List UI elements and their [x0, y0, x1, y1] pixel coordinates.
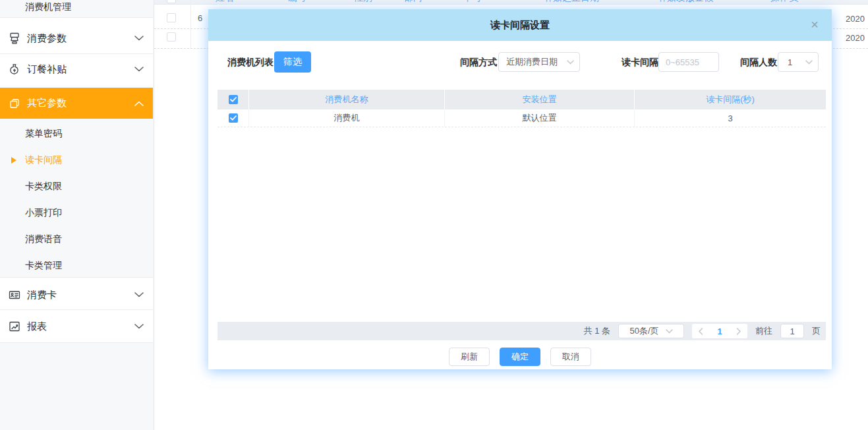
sidebar-item-label: 消费参数 — [27, 32, 67, 45]
card-read-interval-dialog: 读卡间隔设置 × 消费机列表 筛选 间隔方式 近期消费日期 读卡间隔 间隔人数 … — [208, 9, 832, 369]
pagination-bar: 共 1 条 50条/页 1 前往 页 — [217, 322, 826, 340]
prev-page-icon[interactable] — [699, 328, 703, 335]
copy-icon — [8, 97, 21, 110]
sidebar: 消费机管理 消费参数 订餐补贴 其它参数 菜单密码 — [0, 0, 154, 430]
checkmark-icon — [230, 97, 237, 102]
table-cell: 2020 — [846, 33, 865, 43]
body-cell: 3 — [635, 109, 826, 127]
sidebar-item-label: 卡类管理 — [25, 260, 62, 272]
interval-people-select[interactable]: 1 — [778, 52, 819, 72]
sidebar-item-receipt-print[interactable]: 小票打印 — [0, 200, 153, 226]
pos-machine-icon — [8, 32, 21, 45]
page-size-value: 50条/页 — [629, 325, 658, 337]
total-count: 共 1 条 — [584, 325, 610, 337]
column-header: 卡号 — [463, 0, 482, 4]
read-interval-input[interactable] — [658, 52, 719, 72]
column-divider — [190, 0, 191, 48]
sidebar-item-label: 卡类权限 — [25, 181, 62, 193]
sidebar-item-label: 订餐补贴 — [27, 63, 67, 76]
refresh-button[interactable]: 刷新 — [449, 348, 490, 366]
chart-icon — [8, 320, 21, 333]
interval-people-value: 1 — [788, 57, 792, 67]
sidebar-item-consumer-machine-mgmt[interactable]: 消费机管理 — [0, 0, 153, 16]
body-cell: 消费机 — [249, 109, 445, 127]
sidebar-item-card-type-permission[interactable]: 卡类权限 — [0, 173, 153, 200]
table-row[interactable]: 消费机 默认位置 3 — [217, 109, 826, 127]
table-cell: 2020 — [846, 14, 865, 24]
body-cell — [217, 109, 249, 127]
interval-mode-label: 间隔方式 — [460, 51, 497, 73]
column-header: 操作员 — [770, 0, 798, 4]
chevron-down-icon — [134, 67, 144, 72]
table-cell: 6 — [198, 13, 202, 23]
sidebar-item-reports[interactable]: 报表 — [0, 311, 153, 342]
confirm-button[interactable]: 确定 — [500, 348, 540, 366]
sidebar-item-label: 消费语音 — [25, 233, 62, 245]
column-header: 姓名 — [216, 0, 234, 4]
id-card-icon — [8, 288, 21, 301]
machine-table-header: 消费机名称 安装位置 读卡间隔(秒) — [217, 90, 826, 109]
checkmark-icon — [230, 115, 237, 121]
column-header: 补贴起止日期 — [544, 0, 599, 4]
chevron-down-icon — [666, 329, 673, 334]
row-checkbox[interactable] — [229, 113, 238, 123]
chevron-down-icon — [567, 60, 574, 65]
next-page-icon[interactable] — [736, 328, 741, 335]
sidebar-item-meal-subsidy[interactable]: 订餐补贴 — [0, 54, 153, 84]
sidebar-item-label: 小票打印 — [25, 207, 62, 219]
sidebar-item-card-read-interval[interactable]: 读卡间隔 — [0, 147, 153, 173]
dialog-footer: 刷新 确定 取消 — [208, 348, 832, 366]
close-icon[interactable]: × — [811, 17, 819, 32]
column-header: 部门 — [404, 0, 422, 4]
background-table-header: 姓名 编号 性别 部门 卡号 补贴起止日期 补贴发放金额 操作员 — [154, 0, 868, 5]
page-unit-label: 页 — [812, 325, 821, 337]
header-cell: 安装位置 — [445, 90, 635, 109]
header-cell — [217, 90, 249, 109]
sidebar-item-consume-params[interactable]: 消费参数 — [0, 23, 153, 53]
select-all-checkbox[interactable] — [229, 95, 238, 104]
chevron-down-icon — [134, 36, 144, 41]
column-header: 性别 — [354, 0, 372, 4]
chevron-down-icon — [805, 60, 813, 65]
active-triangle-icon — [11, 157, 16, 164]
machine-list-label: 消费机列表 — [227, 51, 274, 73]
sidebar-item-label: 消费机管理 — [25, 1, 71, 13]
chevron-up-icon — [134, 101, 144, 106]
dialog-title: 读卡间隔设置 — [490, 19, 550, 32]
header-cell: 读卡间隔(秒) — [635, 90, 826, 109]
divider — [0, 17, 153, 18]
sidebar-item-label: 其它参数 — [27, 97, 67, 109]
cancel-button[interactable]: 取消 — [550, 348, 591, 366]
sidebar-item-card-type-mgmt[interactable]: 卡类管理 — [0, 253, 153, 279]
read-interval-label: 读卡间隔 — [622, 51, 658, 73]
goto-page-input[interactable] — [780, 324, 804, 338]
page-size-select[interactable]: 50条/页 — [618, 324, 684, 338]
row-checkbox[interactable] — [167, 32, 176, 42]
sidebar-item-consume-voice[interactable]: 消费语音 — [0, 226, 153, 253]
sidebar-item-label: 读卡间隔 — [25, 154, 62, 166]
chevron-down-icon — [134, 324, 144, 329]
sidebar-item-label: 报表 — [27, 321, 47, 333]
header-cell: 消费机名称 — [249, 90, 445, 109]
dialog-header: 读卡间隔设置 × — [208, 9, 832, 41]
money-bag-icon — [8, 63, 21, 76]
filter-button[interactable]: 筛选 — [274, 51, 311, 73]
pager: 1 — [692, 324, 747, 338]
row-checkbox[interactable] — [167, 13, 176, 22]
chevron-down-icon — [134, 292, 144, 297]
dialog-toolbar: 消费机列表 筛选 间隔方式 近期消费日期 读卡间隔 间隔人数 1 — [208, 51, 832, 73]
select-all-checkbox[interactable] — [167, 0, 176, 3]
interval-mode-select[interactable]: 近期消费日期 — [498, 52, 580, 72]
column-header: 补贴发放金额 — [658, 0, 713, 4]
interval-people-label: 间隔人数 — [740, 51, 777, 73]
interval-mode-value: 近期消费日期 — [506, 56, 558, 68]
machine-table: 消费机名称 安装位置 读卡间隔(秒) 消费机 默认位置 3 — [217, 90, 826, 127]
goto-label: 前往 — [755, 325, 772, 337]
divider — [0, 342, 153, 343]
sidebar-item-label: 消费卡 — [27, 289, 57, 301]
sidebar-item-label: 菜单密码 — [25, 128, 62, 140]
current-page[interactable]: 1 — [717, 326, 722, 336]
sidebar-item-menu-password[interactable]: 菜单密码 — [0, 121, 153, 147]
sidebar-item-consume-card[interactable]: 消费卡 — [0, 280, 153, 310]
sidebar-item-other-params[interactable]: 其它参数 — [0, 88, 153, 119]
